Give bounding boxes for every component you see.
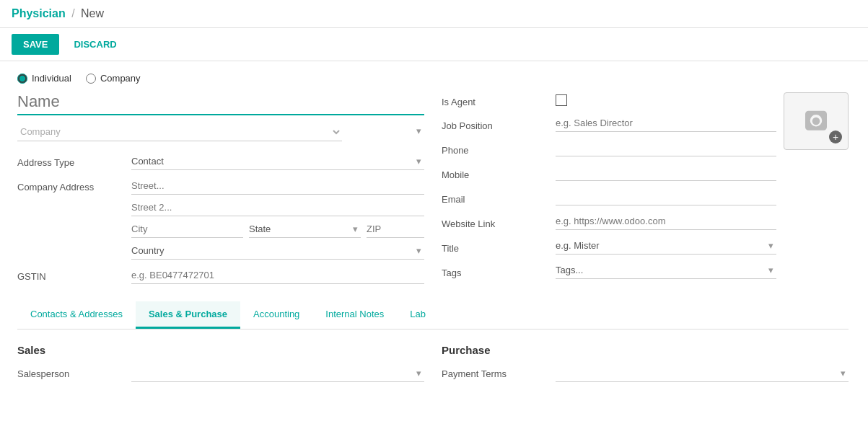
tags-label: Tags bbox=[442, 263, 550, 278]
tab-accounting[interactable]: Accounting bbox=[240, 301, 312, 329]
tab-contacts-addresses[interactable]: Contacts & Addresses bbox=[17, 301, 136, 329]
breadcrumb-bar: Physician / New bbox=[0, 0, 868, 28]
salesperson-wrapper bbox=[131, 365, 424, 382]
phone-label: Phone bbox=[442, 141, 550, 156]
is-agent-label: Is Agent bbox=[442, 92, 550, 107]
title-label: Title bbox=[442, 239, 550, 254]
payment-terms-label: Payment Terms bbox=[442, 368, 550, 379]
gstin-label: GSTIN bbox=[17, 267, 126, 282]
tabs-row: Contacts & Addresses Sales & Purchase Ac… bbox=[17, 301, 849, 330]
title-select[interactable]: e.g. Mister bbox=[556, 237, 776, 255]
gstin-input[interactable] bbox=[131, 267, 424, 284]
country-wrapper: Country bbox=[131, 242, 424, 260]
tab-internal-notes[interactable]: Internal Notes bbox=[312, 301, 397, 329]
email-label: Email bbox=[442, 190, 550, 205]
payment-terms-row: Payment Terms bbox=[442, 365, 849, 382]
state-select[interactable]: State bbox=[249, 221, 361, 238]
action-bar: SAVE DISCARD bbox=[0, 28, 868, 61]
address-fields: State Country bbox=[131, 177, 424, 260]
sales-title: Sales bbox=[17, 344, 424, 356]
add-photo-icon[interactable]: + bbox=[829, 131, 842, 143]
country-select[interactable]: Country bbox=[131, 242, 424, 260]
name-input[interactable] bbox=[17, 92, 424, 115]
photo-upload-box[interactable]: + bbox=[784, 92, 849, 150]
company-label: Company bbox=[100, 73, 141, 84]
website-label: Website Link bbox=[442, 214, 550, 229]
tags-wrapper: Tags... bbox=[556, 262, 776, 279]
city-wrapper bbox=[131, 221, 243, 238]
website-input[interactable] bbox=[556, 213, 776, 230]
job-position-input[interactable] bbox=[556, 115, 776, 132]
salesperson-select[interactable] bbox=[131, 365, 424, 382]
salesperson-label: Salesperson bbox=[17, 368, 126, 379]
individual-radio[interactable] bbox=[17, 74, 27, 84]
form-left: Address Type Contact Company Address bbox=[17, 92, 424, 284]
title-wrapper: e.g. Mister bbox=[556, 237, 776, 255]
right-panel: Is Agent Job Position Phone Mobile Email… bbox=[442, 92, 776, 279]
city-state-zip-row: State bbox=[131, 221, 424, 238]
company-select[interactable] bbox=[17, 123, 342, 141]
mobile-input[interactable] bbox=[556, 164, 776, 181]
discard-button[interactable]: DISCARD bbox=[65, 34, 125, 55]
state-wrapper: State bbox=[249, 221, 361, 238]
camera-icon bbox=[803, 108, 829, 134]
individual-label: Individual bbox=[32, 73, 71, 84]
tab-lab[interactable]: Lab bbox=[397, 301, 439, 329]
individual-radio-label[interactable]: Individual bbox=[17, 73, 71, 84]
app-name[interactable]: Physician bbox=[12, 7, 66, 19]
company-address-label: Company Address bbox=[17, 177, 126, 193]
zip-input[interactable] bbox=[367, 221, 424, 238]
bottom-section: Sales Salesperson Purchase Payment Terms bbox=[17, 330, 849, 397]
address-type-select[interactable]: Contact bbox=[131, 153, 424, 170]
email-input[interactable] bbox=[556, 188, 776, 205]
save-button[interactable]: SAVE bbox=[12, 34, 59, 55]
sales-section: Sales Salesperson bbox=[17, 344, 424, 382]
breadcrumb-current: New bbox=[81, 7, 104, 19]
breadcrumb-separator: / bbox=[71, 7, 74, 19]
city-input[interactable] bbox=[131, 221, 243, 238]
type-radio-group: Individual Company bbox=[17, 73, 849, 84]
is-agent-checkbox[interactable] bbox=[556, 94, 567, 106]
payment-terms-wrapper bbox=[556, 365, 849, 382]
mobile-label: Mobile bbox=[442, 165, 550, 180]
street2-input[interactable] bbox=[131, 199, 424, 216]
purchase-section: Purchase Payment Terms bbox=[442, 344, 849, 382]
street-input[interactable] bbox=[131, 177, 424, 195]
address-type-label: Address Type bbox=[17, 153, 126, 168]
address-type-wrapper: Contact bbox=[131, 153, 424, 170]
salesperson-row: Salesperson bbox=[17, 365, 424, 382]
form-container: Individual Company Address Type bbox=[0, 61, 866, 408]
purchase-title: Purchase bbox=[442, 344, 849, 356]
company-select-wrapper bbox=[17, 123, 424, 141]
zip-wrapper bbox=[367, 221, 424, 238]
phone-input[interactable] bbox=[556, 139, 776, 156]
job-position-label: Job Position bbox=[442, 116, 550, 131]
company-radio[interactable] bbox=[86, 74, 96, 84]
form-main: Address Type Contact Company Address bbox=[17, 92, 849, 284]
address-grid: Address Type Contact Company Address bbox=[17, 153, 424, 284]
tab-sales-purchase[interactable]: Sales & Purchase bbox=[136, 301, 240, 329]
tags-select[interactable]: Tags... bbox=[556, 262, 776, 279]
company-select-row bbox=[17, 123, 424, 141]
company-radio-label[interactable]: Company bbox=[86, 73, 141, 84]
payment-terms-select[interactable] bbox=[556, 365, 849, 382]
